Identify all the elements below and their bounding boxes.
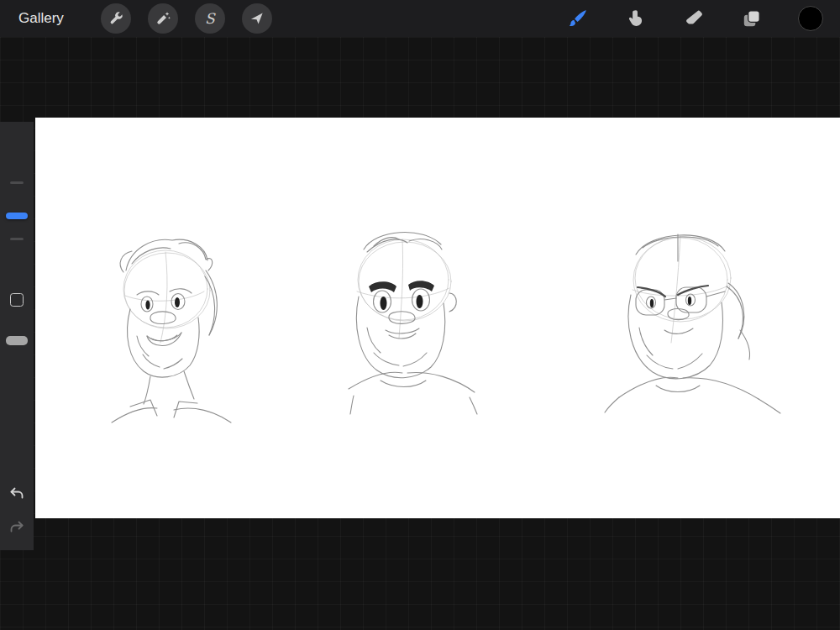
erase-tool-button[interactable] [682,8,705,30]
selection-icon: S [205,10,215,27]
adjustments-button[interactable] [148,3,178,34]
canvas[interactable] [35,118,840,518]
magic-wand-icon [155,10,171,27]
sketch-right-head-study [584,206,785,416]
top-toolbar: Gallery S [0,0,840,37]
redo-button[interactable] [8,518,26,537]
sketch-left-head-study [80,212,248,430]
sidebar [0,122,34,550]
workspace-background [0,37,840,630]
selection-button[interactable]: S [195,3,225,34]
undo-button[interactable] [8,485,26,503]
toolbar-right-group [566,6,828,31]
sketch-center-head-study [315,206,491,416]
smudge-tool-button[interactable] [624,8,647,30]
brush-size-handle[interactable] [6,213,28,219]
procreate-app: Gallery S [0,0,840,630]
layers-icon [741,8,763,29]
layers-button[interactable] [740,8,763,30]
transform-arrow-icon [249,10,265,27]
transform-button[interactable] [242,3,272,34]
smudge-icon [625,8,647,29]
undo-icon [8,485,26,503]
brush-icon [567,8,589,29]
wrench-icon [108,10,124,27]
opacity-handle[interactable] [6,336,28,345]
gallery-button[interactable]: Gallery [18,10,64,27]
toolbar-left-group: Gallery S [18,3,272,34]
eraser-icon [683,8,705,29]
paint-tool-button[interactable] [566,8,589,30]
actions-button[interactable] [101,3,131,34]
modify-button[interactable] [10,293,24,307]
color-button[interactable] [798,6,823,31]
brush-size-tick [10,238,24,240]
redo-icon [8,518,26,537]
brush-size-tick [10,181,24,184]
